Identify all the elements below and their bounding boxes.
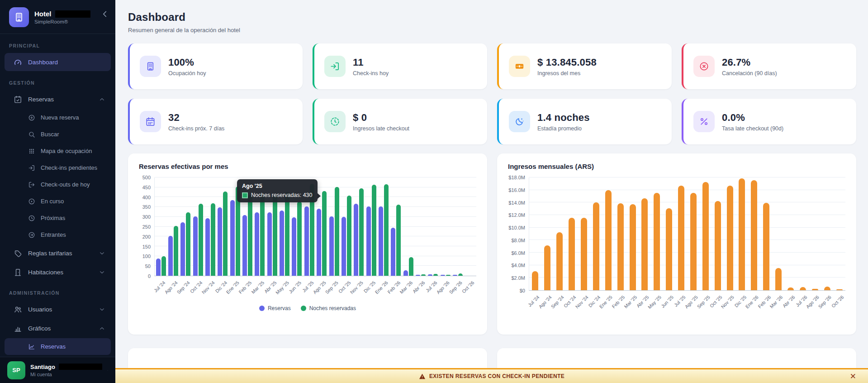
bar-reservas-4[interactable]	[205, 218, 210, 276]
bar-ingresos-2[interactable]	[556, 232, 563, 290]
sidebar-item-dashboard[interactable]: Dashboard	[5, 53, 111, 71]
bar-ingresos-3[interactable]	[569, 218, 575, 290]
bar-reservas-16[interactable]	[354, 204, 358, 276]
bar-reservas-17[interactable]	[366, 206, 371, 276]
bar-reservas-24[interactable]	[453, 275, 457, 276]
bar-noches-reservadas-0[interactable]	[161, 256, 166, 276]
bar-ingresos-18[interactable]	[751, 180, 757, 290]
bar-ingresos-0[interactable]	[532, 271, 538, 290]
bar-noches-reservadas-9[interactable]	[273, 194, 277, 276]
bar-noches-reservadas-23[interactable]	[446, 275, 451, 276]
bar-ingresos-6[interactable]	[605, 190, 612, 290]
sidebar-subitem-check-ins-pendientes[interactable]: Check-ins pendientes	[5, 159, 111, 176]
bar-reservas-0[interactable]	[156, 259, 161, 276]
bar-ingresos-19[interactable]	[763, 203, 769, 290]
bar-noches-reservadas-5[interactable]	[223, 192, 228, 276]
gridline	[529, 227, 845, 228]
bar-ingresos-1[interactable]	[544, 245, 550, 290]
bar-ingresos-10[interactable]	[654, 193, 660, 290]
bar-reservas-1[interactable]	[168, 236, 173, 276]
bar-reservas-19[interactable]	[391, 228, 395, 276]
bar-ingresos-25[interactable]	[836, 289, 843, 290]
bar-reservas-22[interactable]	[428, 274, 432, 276]
legend-item[interactable]: Reservas	[259, 305, 291, 311]
bar-reservas-18[interactable]	[379, 206, 383, 276]
banner-close-button[interactable]: ✕	[850, 373, 856, 380]
bar-reservas-20[interactable]	[403, 270, 408, 276]
account-menu[interactable]: SP Santiago Mi cuenta	[0, 357, 115, 383]
sidebar-collapse-button[interactable]	[100, 9, 110, 19]
sidebar-subitem-graficos-reservas[interactable]: Reservas	[5, 338, 111, 355]
bar-noches-reservadas-8[interactable]	[260, 193, 265, 276]
kpi-value: $ 13.845.058	[537, 57, 597, 68]
bar-noches-reservadas-15[interactable]	[347, 196, 351, 276]
bar-ingresos-12[interactable]	[678, 186, 684, 290]
bar-reservas-9[interactable]	[267, 212, 272, 276]
bar-ingresos-22[interactable]	[800, 287, 806, 290]
warning-icon	[419, 373, 426, 380]
bar-ingresos-20[interactable]	[775, 268, 782, 290]
legend-item[interactable]: Noches reservadas	[301, 305, 356, 311]
bar-noches-reservadas-14[interactable]	[335, 187, 339, 276]
bar-ingresos-7[interactable]	[617, 203, 624, 290]
bar-reservas-6[interactable]	[230, 200, 235, 276]
bar-ingresos-21[interactable]	[787, 287, 794, 290]
bar-ingresos-16[interactable]	[727, 186, 733, 290]
sidebar-subitem-entrantes[interactable]: Entrantes	[5, 226, 111, 243]
bar-noches-reservadas-22[interactable]	[433, 274, 438, 276]
bar-noches-reservadas-7[interactable]	[248, 195, 252, 276]
sidebar-item-usuarios[interactable]: Usuarios	[5, 300, 111, 318]
sidebar-subitem-en-curso[interactable]: En curso	[5, 193, 111, 210]
sidebar-item-graficos[interactable]: Gráficos	[5, 319, 111, 337]
bar-ingresos-13[interactable]	[690, 193, 697, 290]
bar-reservas-3[interactable]	[193, 216, 198, 276]
bar-reservas-15[interactable]	[342, 217, 346, 276]
bar-reservas-23[interactable]	[441, 275, 445, 276]
bar-reservas-11[interactable]	[292, 217, 296, 276]
bar-noches-reservadas-4[interactable]	[211, 203, 215, 276]
bar-ingresos-8[interactable]	[630, 204, 636, 290]
bar-ingresos-23[interactable]	[812, 289, 818, 290]
sidebar-subitem-mapa-de-ocupacion[interactable]: Mapa de ocupación	[5, 143, 111, 159]
bar-ingresos-11[interactable]	[666, 208, 672, 290]
bar-reservas-10[interactable]	[280, 211, 284, 276]
bar-reservas-12[interactable]	[304, 206, 309, 276]
bar-reservas-8[interactable]	[255, 212, 259, 276]
bar-reservas-5[interactable]	[218, 207, 222, 276]
bar-noches-reservadas-13[interactable]	[322, 191, 327, 276]
bar-ingresos-17[interactable]	[739, 178, 745, 290]
bar-ingresos-5[interactable]	[593, 202, 599, 290]
bar-noches-reservadas-19[interactable]	[396, 205, 401, 276]
bar-ingresos-4[interactable]	[581, 218, 587, 290]
bar-reservas-21[interactable]	[416, 275, 420, 276]
bar-noches-reservadas-18[interactable]	[384, 184, 389, 276]
sidebar-subitem-nueva-reserva[interactable]: Nueva reserva	[5, 109, 111, 126]
bar-noches-reservadas-20[interactable]	[409, 257, 413, 276]
bar-ingresos-14[interactable]	[702, 182, 709, 290]
bar-ingresos-15[interactable]	[715, 201, 721, 290]
bar-reservas-13[interactable]	[317, 209, 321, 276]
bar-ingresos-24[interactable]	[824, 287, 830, 290]
bar-noches-reservadas-24[interactable]	[458, 273, 463, 276]
sidebar-subitem-check-outs-de-hoy[interactable]: Check-outs de hoy	[5, 176, 111, 193]
sidebar-subitem-proximas[interactable]: Próximas	[5, 210, 111, 226]
sidebar-item-reglas-tarifarias[interactable]: Reglas tarifarias	[5, 244, 111, 262]
bar-noches-reservadas-1[interactable]	[174, 226, 178, 276]
bar-noches-reservadas-11[interactable]	[297, 201, 302, 276]
bar-noches-reservadas-21[interactable]	[421, 274, 426, 276]
bar-noches-reservadas-16[interactable]	[359, 188, 364, 276]
bar-noches-reservadas-3[interactable]	[199, 204, 203, 276]
bar-noches-reservadas-2[interactable]	[186, 212, 190, 276]
bar-noches-reservadas-10[interactable]	[285, 192, 289, 276]
bar-noches-reservadas-17[interactable]	[372, 185, 376, 276]
bar-reservas-14[interactable]	[329, 216, 334, 276]
sidebar-item-habitaciones[interactable]: Habitaciones	[5, 263, 111, 281]
kpi-value: 32	[168, 112, 224, 124]
bar-ingresos-9[interactable]	[641, 198, 648, 290]
bar-reservas-7[interactable]	[242, 215, 247, 276]
bar-reservas-2[interactable]	[180, 222, 185, 276]
sidebar-item-reservas[interactable]: Reservas	[5, 90, 111, 108]
account-name: Santiago	[30, 364, 55, 370]
sidebar-subitem-buscar[interactable]: Buscar	[5, 126, 111, 143]
chart-card-reservas: Reservas efectivas por mes 0501001502002…	[128, 153, 487, 335]
